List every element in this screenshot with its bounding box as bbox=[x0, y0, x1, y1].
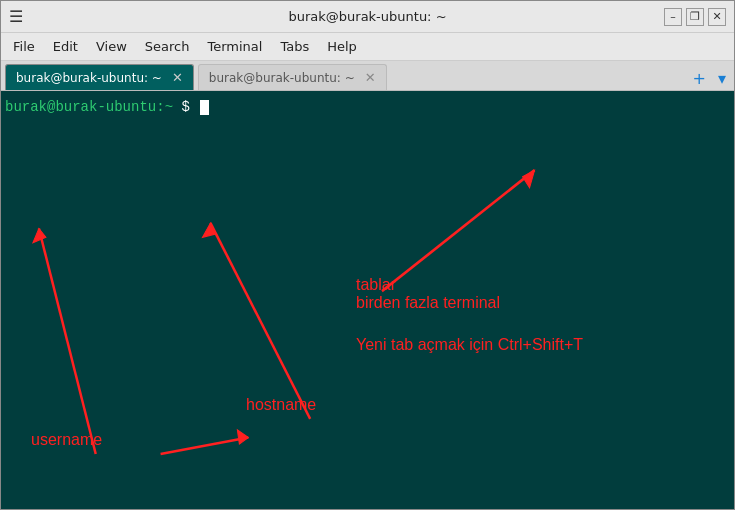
titlebar-buttons: – ❐ ✕ bbox=[664, 8, 726, 26]
tab-menu-button[interactable]: ▾ bbox=[714, 69, 730, 88]
maximize-button[interactable]: ❐ bbox=[686, 8, 704, 26]
close-button[interactable]: ✕ bbox=[708, 8, 726, 26]
svg-line-6 bbox=[382, 170, 535, 291]
menu-tabs[interactable]: Tabs bbox=[272, 37, 317, 56]
titlebar: ☰ burak@burak-ubuntu: ~ – ❐ ✕ bbox=[1, 1, 734, 33]
tabs-annotation: tablar birden fazla terminal bbox=[356, 276, 500, 312]
tab-1[interactable]: burak@burak-ubuntu: ~ ✕ bbox=[5, 64, 194, 90]
prompt-symbol: $ bbox=[173, 99, 198, 115]
svg-marker-5 bbox=[202, 223, 215, 237]
minimize-button[interactable]: – bbox=[664, 8, 682, 26]
prompt-user: burak@burak-ubuntu bbox=[5, 99, 156, 115]
annotation-arrows bbox=[1, 91, 734, 509]
tab-2[interactable]: burak@burak-ubuntu: ~ ✕ bbox=[198, 64, 387, 90]
svg-line-2 bbox=[161, 438, 249, 455]
terminal-window: ☰ burak@burak-ubuntu: ~ – ❐ ✕ File Edit … bbox=[0, 0, 735, 510]
username-annotation: username bbox=[31, 431, 102, 449]
menu-edit[interactable]: Edit bbox=[45, 37, 86, 56]
svg-line-4 bbox=[210, 223, 310, 419]
prompt-path: :~ bbox=[156, 99, 173, 115]
tab-2-label: burak@burak-ubuntu: ~ bbox=[209, 71, 355, 85]
tabbar-actions: + ▾ bbox=[689, 69, 730, 90]
svg-marker-7 bbox=[523, 170, 535, 188]
tabbar: burak@burak-ubuntu: ~ ✕ burak@burak-ubun… bbox=[1, 61, 734, 91]
tab-1-close[interactable]: ✕ bbox=[172, 70, 183, 85]
annotations: username hostname tablar birden fazla te… bbox=[1, 91, 734, 509]
menubar: File Edit View Search Terminal Tabs Help bbox=[1, 33, 734, 61]
new-tab-button[interactable]: + bbox=[689, 69, 710, 88]
svg-line-0 bbox=[39, 229, 96, 455]
new-tab-hint: Yeni tab açmak için Ctrl+Shift+T bbox=[356, 336, 583, 354]
titlebar-left: ☰ bbox=[9, 7, 23, 26]
window-title: burak@burak-ubuntu: ~ bbox=[288, 9, 446, 24]
terminal-content: burak@burak-ubuntu :~ $ bbox=[1, 91, 734, 509]
terminal-area[interactable]: burak@burak-ubuntu :~ $ bbox=[1, 91, 734, 509]
menu-view[interactable]: View bbox=[88, 37, 135, 56]
prompt-line: burak@burak-ubuntu :~ $ bbox=[5, 99, 209, 115]
menu-file[interactable]: File bbox=[5, 37, 43, 56]
menu-search[interactable]: Search bbox=[137, 37, 198, 56]
tab-2-close[interactable]: ✕ bbox=[365, 70, 376, 85]
svg-marker-1 bbox=[33, 229, 46, 243]
svg-marker-3 bbox=[237, 430, 248, 444]
hostname-annotation: hostname bbox=[246, 396, 316, 414]
menu-terminal[interactable]: Terminal bbox=[199, 37, 270, 56]
cursor bbox=[200, 100, 209, 115]
menu-help[interactable]: Help bbox=[319, 37, 365, 56]
tab-1-label: burak@burak-ubuntu: ~ bbox=[16, 71, 162, 85]
hamburger-icon[interactable]: ☰ bbox=[9, 7, 23, 26]
